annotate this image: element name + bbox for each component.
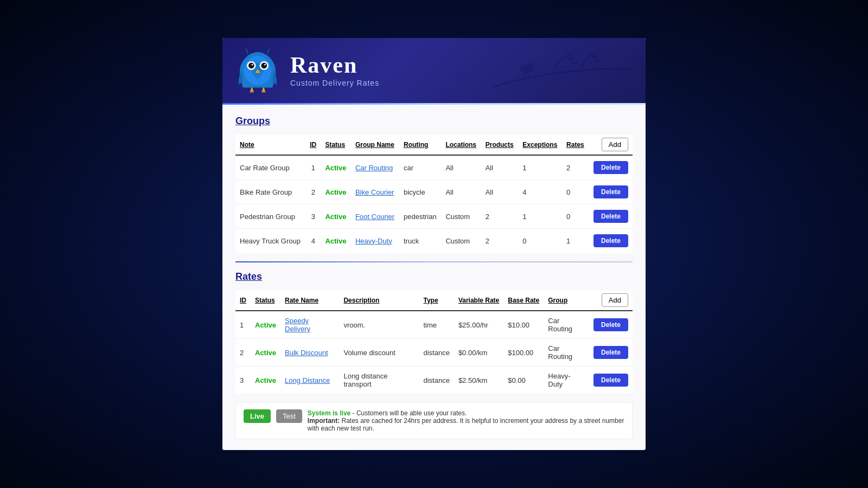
groups-groupname-4: Heavy-Duty [351,229,399,253]
rates-row-1: 1 Active Speedy Delivery vroom. time $25… [235,311,633,339]
svg-line-3 [525,73,526,77]
groups-delete-button-4[interactable]: Delete [593,234,628,247]
groups-rates-1: 2 [562,155,589,180]
rates-delete-button-3[interactable]: Delete [593,374,628,387]
groups-status-4: Active [321,229,351,253]
svg-point-13 [264,64,266,66]
groups-row-4: Heavy Truck Group 4 Active Heavy-Duty tr… [235,229,633,253]
groups-rates-4: 1 [562,229,589,253]
groups-groupname-2: Bike Courier [351,180,399,204]
groups-products-1: All [481,155,519,180]
rates-add-cell: Add [589,290,633,311]
col-locations: Locations [441,134,481,155]
app-container: Raven Custom Delivery Rates Groups Note … [222,38,646,450]
rates-status-3: Active [251,367,280,394]
rates-id-2: 2 [235,339,251,367]
rates-col-id: ID [235,290,251,311]
groups-products-3: 2 [481,204,519,229]
rates-name-1: Speedy Delivery [280,311,339,339]
groups-exceptions-4: 0 [518,229,562,253]
rates-col-group: Group [544,290,589,311]
groups-groupname-3: Foot Courier [351,204,399,229]
col-routing: Routing [399,134,441,155]
logo: Raven Custom Delivery Rates [233,46,379,95]
groups-note-1: Car Rate Group [235,155,305,180]
groups-row-3: Pedestrian Group 3 Active Foot Courier p… [235,204,633,229]
groups-locations-2: All [441,180,481,204]
groups-rates-3: 0 [562,204,589,229]
system-status: System is live [308,409,350,417]
groups-groupname-link-1[interactable]: Car Routing [355,164,393,172]
groups-note-2: Bike Rate Group [235,180,305,204]
groups-groupname-link-3[interactable]: Foot Courier [355,213,394,221]
col-status: Status [321,134,351,155]
col-groupname: Group Name [351,134,399,155]
rates-header-row: ID Status Rate Name Description Type Var… [235,290,633,311]
rates-delete-button-2[interactable]: Delete [593,346,628,359]
groups-groupname-1: Car Routing [351,155,399,180]
groups-status-1: Active [321,155,351,180]
rates-delete-cell-3: Delete [589,367,633,394]
rates-section: Rates ID Status Rate Name Description Ty… [235,271,633,394]
rates-col-desc: Description [339,290,419,311]
rates-name-link-1[interactable]: Speedy Delivery [285,317,310,333]
rates-varrate-2: $0.00/km [454,339,503,367]
rates-baserate-2: $100.00 [503,339,544,367]
groups-routing-1: car [399,155,441,180]
rates-delete-cell-1: Delete [589,311,633,339]
header: Raven Custom Delivery Rates [222,38,646,103]
groups-delete-button-3[interactable]: Delete [593,210,628,223]
rates-name-link-3[interactable]: Long Distance [285,376,330,384]
col-exceptions: Exceptions [518,134,562,155]
rates-col-varrate: Variable Rate [454,290,503,311]
groups-groupname-link-4[interactable]: Heavy-Duty [355,237,392,245]
rates-status-1: Active [251,311,280,339]
groups-routing-3: pedestrian [399,204,441,229]
col-id: ID [305,134,321,155]
rates-type-3: distance [419,367,454,394]
rates-col-status: Status [251,290,280,311]
groups-section: Groups Note ID Status Group Name Routing… [235,115,633,253]
col-note: Note [235,134,305,155]
groups-products-2: All [481,180,519,204]
groups-delete-button-1[interactable]: Delete [593,161,628,174]
rates-name-link-2[interactable]: Bulk Discount [285,349,328,357]
header-text: Raven Custom Delivery Rates [290,54,379,87]
groups-groupname-link-2[interactable]: Bike Courier [355,188,394,196]
rates-varrate-1: $25.00/hr [454,311,503,339]
rates-name-2: Bulk Discount [280,339,339,367]
groups-title: Groups [235,115,633,127]
important-label: Important: [308,417,340,425]
groups-add-button[interactable]: Add [602,138,628,151]
svg-point-1 [527,63,534,69]
rates-status-2: Active [251,339,280,367]
rates-delete-cell-2: Delete [589,339,633,367]
groups-locations-3: Custom [441,204,481,229]
rates-col-baserate: Base Rate [503,290,544,311]
test-button[interactable]: Test [276,409,302,423]
rates-desc-3: Long distance transport [339,367,419,394]
rates-row-2: 2 Active Bulk Discount Volume discount d… [235,339,633,367]
groups-row-2: Bike Rate Group 2 Active Bike Courier bi… [235,180,633,204]
rates-varrate-3: $2.50/km [454,367,503,394]
rates-desc-2: Volume discount [339,339,419,367]
rates-id-1: 1 [235,311,251,339]
rates-add-button[interactable]: Add [602,293,628,307]
footer-text: System is live - Customers will be able … [308,409,624,432]
groups-id-3: 3 [305,204,321,229]
live-button[interactable]: Live [244,409,271,423]
groups-locations-1: All [441,155,481,180]
status-desc: - Customers will be able use your rates. [350,409,467,417]
groups-delete-cell-4: Delete [589,229,633,253]
groups-exceptions-3: 1 [518,204,562,229]
groups-routing-4: truck [399,229,441,253]
rates-delete-button-1[interactable]: Delete [593,318,628,331]
col-rates: Rates [562,134,589,155]
groups-note-4: Heavy Truck Group [235,229,305,253]
groups-delete-button-2[interactable]: Delete [593,185,628,198]
svg-line-4 [528,73,530,77]
owl-icon [233,46,282,95]
footer-bar: Live Test System is live - Customers wil… [235,402,633,439]
bird-silhouette-icon [472,43,635,98]
rates-type-1: time [419,311,454,339]
